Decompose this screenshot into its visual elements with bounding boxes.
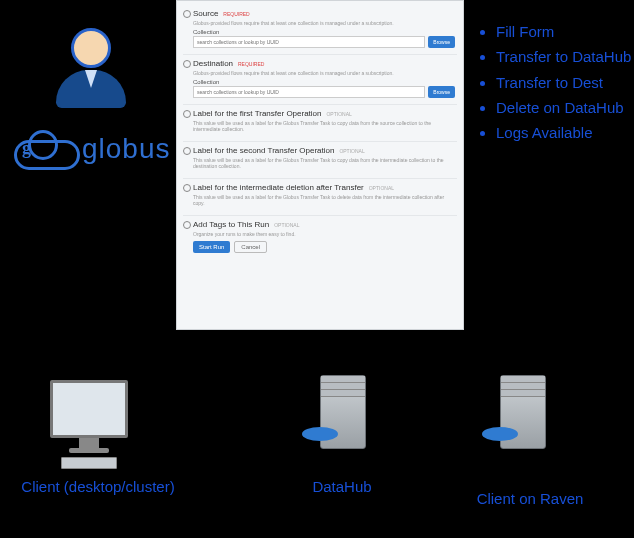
disk-icon [482, 427, 518, 441]
flow-form: Source REQUIRED Globus-provided flows re… [176, 0, 464, 330]
optional-tag: OPTIONAL [369, 185, 394, 191]
datahub-label: DataHub [292, 478, 392, 495]
chevron-icon[interactable] [183, 184, 191, 192]
required-tag: REQUIRED [223, 11, 249, 17]
destination-browse-button[interactable]: Browse [428, 86, 455, 98]
step-item: Delete on DataHub [496, 96, 631, 119]
step-item: Transfer to DataHub [496, 45, 631, 68]
globus-wordmark: globus [82, 133, 171, 165]
collection-label: Collection [193, 79, 455, 85]
label2-title: Label for the second Transfer Operation [193, 146, 334, 155]
label2-desc: This value will be used as a label for t… [193, 157, 455, 169]
label3-title: Label for the intermediate deletion afte… [193, 183, 364, 192]
section-tags: Add Tags to This Run OPTIONAL Organize y… [183, 215, 457, 259]
source-search-input[interactable] [193, 36, 425, 48]
start-run-button[interactable]: Start Run [193, 241, 230, 253]
cloud-icon: g [14, 130, 74, 168]
chevron-icon[interactable] [183, 110, 191, 118]
tags-title: Add Tags to This Run [193, 220, 269, 229]
required-tag: REQUIRED [238, 61, 264, 67]
label3-desc: This value will be used as a label for t… [193, 194, 455, 206]
tags-desc: Organize your runs to make them easy to … [193, 231, 455, 237]
step-item: Logs Available [496, 121, 631, 144]
chevron-icon[interactable] [183, 147, 191, 155]
desktop-icon [50, 380, 128, 469]
label1-title: Label for the first Transfer Operation [193, 109, 322, 118]
source-title: Source [193, 9, 218, 18]
section-source: Source REQUIRED Globus-provided flows re… [183, 5, 457, 54]
chevron-icon[interactable] [183, 60, 191, 68]
optional-tag: OPTIONAL [339, 148, 364, 154]
chevron-icon[interactable] [183, 10, 191, 18]
user-icon [56, 28, 126, 108]
client-label: Client (desktop/cluster) [18, 478, 178, 495]
globus-logo: g globus [14, 130, 171, 168]
destination-search-input[interactable] [193, 86, 425, 98]
step-item: Fill Form [496, 20, 631, 43]
optional-tag: OPTIONAL [326, 111, 351, 117]
section-destination: Destination REQUIRED Globus-provided flo… [183, 54, 457, 104]
destination-desc: Globus-provided flows require that at le… [193, 70, 455, 76]
section-label-second-transfer: Label for the second Transfer Operation … [183, 141, 457, 178]
optional-tag: OPTIONAL [274, 222, 299, 228]
disk-icon [302, 427, 338, 441]
label1-desc: This value will be used as a label for t… [193, 120, 455, 132]
steps-list: Fill Form Transfer to DataHub Transfer t… [478, 20, 631, 146]
datahub-server-icon [320, 375, 366, 449]
cancel-button[interactable]: Cancel [234, 241, 267, 253]
raven-server-icon [500, 375, 546, 449]
section-label-first-transfer: Label for the first Transfer Operation O… [183, 104, 457, 141]
raven-label: Client on Raven [460, 490, 600, 507]
source-browse-button[interactable]: Browse [428, 36, 455, 48]
source-desc: Globus-provided flows require that at le… [193, 20, 455, 26]
section-label-delete: Label for the intermediate deletion afte… [183, 178, 457, 215]
destination-title: Destination [193, 59, 233, 68]
collection-label: Collection [193, 29, 455, 35]
chevron-icon[interactable] [183, 221, 191, 229]
step-item: Transfer to Dest [496, 71, 631, 94]
